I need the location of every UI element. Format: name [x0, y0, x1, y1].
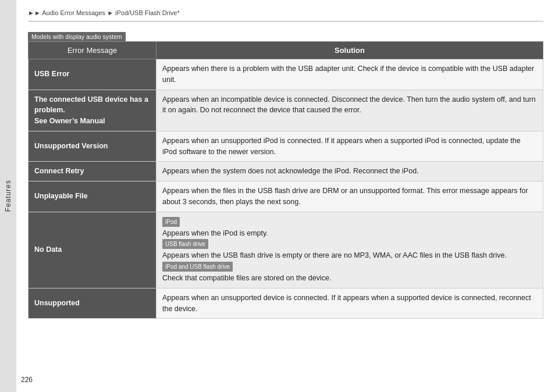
breadcrumb-item-2: iPod/USB Flash Drive*: [115, 9, 180, 16]
error-cell: Connect Retry: [29, 162, 156, 181]
error-cell: The connected USB device has a problem.S…: [29, 90, 156, 131]
solution-text: Appears when an incompatible device is c…: [162, 95, 536, 115]
device-tag: iPod: [162, 217, 180, 227]
solution-text: Appears when the USB flash drive is empt…: [162, 251, 507, 259]
solution-text: Appears when the iPod is empty.: [162, 229, 268, 237]
error-cell: Unsupported: [29, 288, 156, 319]
error-table: Error Message Solution USB ErrorAppears …: [28, 41, 543, 319]
page-number: 226: [21, 376, 33, 384]
solution-text: Check that compatible files are stored o…: [162, 274, 331, 282]
solution-cell: Appears when an incompatible device is c…: [156, 90, 543, 131]
solution-cell: Appears when the files in the USB flash …: [156, 181, 543, 212]
models-label: Models with display audio system: [28, 32, 543, 41]
solution-text: Appears when the system does not acknowl…: [162, 167, 419, 175]
solution-text: Appears when an unsupported iPod is conn…: [162, 137, 521, 156]
error-cell: Unplayable File: [29, 181, 156, 212]
error-cell: Unsupported Version: [29, 131, 156, 162]
solution-cell: iPodAppears when the iPod is empty.USB f…: [156, 212, 543, 288]
breadcrumb-arrow1: ►►: [28, 9, 41, 16]
device-tag: USB flash drive: [162, 239, 208, 249]
solution-text: Appears when the files in the USB flash …: [162, 187, 528, 206]
table-container: Models with display audio system Error M…: [28, 32, 543, 319]
solution-text: Appears when an unsupported device is co…: [162, 294, 531, 313]
breadcrumb-arrow2: ►: [107, 9, 113, 16]
header-error: Error Message: [29, 42, 156, 59]
sidebar: Features: [0, 0, 16, 392]
solution-cell: Appears when an unsupported device is co…: [156, 288, 543, 319]
solution-text: Appears when there is a problem with the…: [162, 65, 534, 84]
error-cell: USB Error: [29, 59, 156, 90]
device-tag: iPod and USB flash drive: [162, 262, 233, 272]
sidebar-label: Features: [4, 180, 12, 212]
solution-cell: Appears when there is a problem with the…: [156, 59, 543, 90]
solution-cell: Appears when the system does not acknowl…: [156, 162, 543, 181]
breadcrumb-item-1: Audio Error Messages: [42, 9, 105, 16]
error-cell: No Data: [29, 212, 156, 288]
solution-cell: Appears when an unsupported iPod is conn…: [156, 131, 543, 162]
header-solution: Solution: [156, 42, 543, 59]
breadcrumb: ►► Audio Error Messages ► iPod/USB Flash…: [28, 6, 543, 22]
main-content: ►► Audio Error Messages ► iPod/USB Flash…: [16, 0, 555, 336]
